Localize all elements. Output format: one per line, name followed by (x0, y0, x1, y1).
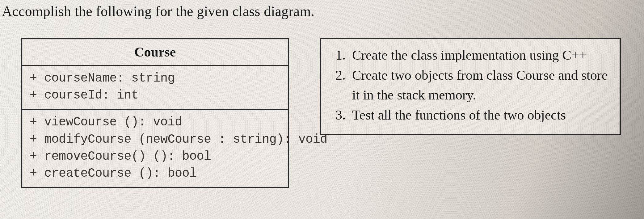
content-columns: Course + courseName: string + courseId: … (2, 38, 638, 188)
task-list: Create the class implementation using C+… (332, 45, 610, 125)
uml-attribute: + courseId: int (30, 87, 280, 104)
uml-attributes: + courseName: string + courseId: int (22, 65, 288, 109)
page-heading: Accomplish the following for the given c… (2, 3, 638, 19)
uml-method: + modifyCourse (newCourse : string): voi… (30, 131, 280, 148)
task-item: Create the class implementation using C+… (349, 45, 610, 65)
uml-method: + createCourse (): bool (30, 165, 280, 182)
uml-method: + viewCourse (): void (30, 114, 280, 131)
task-item: Test all the functions of the two object… (349, 105, 610, 125)
uml-attribute: + courseName: string (30, 70, 280, 87)
page-root: Accomplish the following for the given c… (0, 0, 644, 219)
uml-method: + removeCourse() (): bool (30, 148, 280, 165)
tasks-box: Create the class implementation using C+… (320, 38, 621, 135)
uml-methods: + viewCourse (): void + modifyCourse (ne… (22, 109, 288, 187)
task-item: Create two objects from class Course and… (349, 65, 610, 105)
uml-class-box: Course + courseName: string + courseId: … (21, 38, 289, 188)
uml-class-name: Course (22, 39, 288, 65)
